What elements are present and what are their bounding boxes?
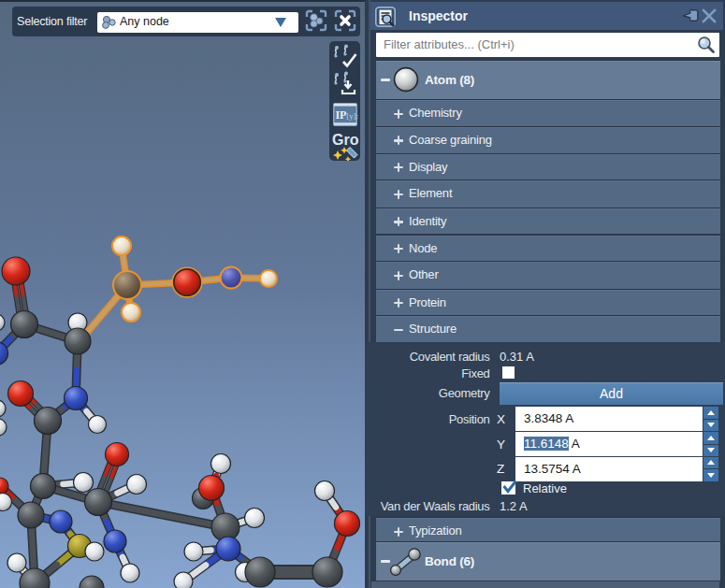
svg-text:IP: IP (335, 108, 346, 122)
svg-text:Gro: Gro (332, 132, 359, 148)
svg-text:[y]:: [y]: (346, 111, 358, 121)
